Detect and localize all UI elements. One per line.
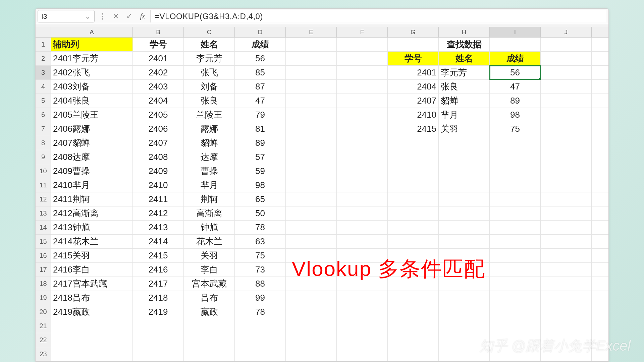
cell-J5[interactable] [541, 94, 592, 108]
cell-A20[interactable]: 2419嬴政 [51, 305, 133, 319]
cell-D6[interactable]: 79 [235, 108, 286, 122]
cell-H2[interactable]: 姓名 [439, 52, 490, 66]
row-header[interactable]: 5 [36, 94, 51, 108]
cell-F10[interactable] [337, 164, 388, 178]
cell-F18[interactable] [337, 277, 388, 291]
cell-E5[interactable] [286, 94, 337, 108]
cell-J10[interactable] [541, 164, 592, 178]
cell-I1[interactable] [490, 38, 541, 52]
column-header[interactable]: A [51, 27, 133, 37]
cell-F21[interactable] [337, 319, 388, 333]
cell-C20[interactable]: 嬴政 [184, 305, 235, 319]
cell-F4[interactable] [337, 80, 388, 94]
cell-B13[interactable]: 2412 [133, 206, 184, 221]
cell-K3[interactable] [592, 66, 609, 80]
cell-I4[interactable]: 47 [490, 80, 541, 94]
cell-A4[interactable]: 2403刘备 [51, 80, 133, 94]
cell-K9[interactable] [592, 150, 609, 164]
cell-G17[interactable] [388, 263, 439, 277]
cell-K1[interactable] [592, 38, 609, 52]
cell-D7[interactable]: 81 [235, 122, 286, 136]
cell-H13[interactable] [439, 206, 490, 221]
cell-I18[interactable] [490, 277, 541, 291]
cell-D17[interactable]: 73 [235, 263, 286, 277]
cell-G10[interactable] [388, 164, 439, 178]
cell-F23[interactable] [337, 347, 388, 361]
row-header[interactable]: 20 [36, 305, 51, 319]
cell-J15[interactable] [541, 235, 592, 249]
cell-C3[interactable]: 张飞 [184, 66, 235, 80]
cell-H3[interactable]: 李元芳 [439, 66, 490, 80]
cell-D18[interactable]: 88 [235, 277, 286, 291]
cell-D5[interactable]: 47 [235, 94, 286, 108]
cell-E19[interactable] [286, 291, 337, 305]
cell-H10[interactable] [439, 164, 490, 178]
cell-C11[interactable]: 芈月 [184, 178, 235, 192]
cell-G19[interactable] [388, 291, 439, 305]
column-header[interactable]: F [337, 27, 388, 37]
cell-J13[interactable] [541, 206, 592, 221]
cell-H12[interactable] [439, 192, 490, 206]
cell-K11[interactable] [592, 178, 609, 192]
cell-K16[interactable] [592, 249, 609, 263]
cell-C17[interactable]: 李白 [184, 263, 235, 277]
cell-A12[interactable]: 2411荆轲 [51, 192, 133, 206]
cell-I8[interactable] [490, 136, 541, 150]
cell-E8[interactable] [286, 136, 337, 150]
cell-K7[interactable] [592, 122, 609, 136]
cell-H4[interactable]: 张良 [439, 80, 490, 94]
cell-B11[interactable]: 2410 [133, 178, 184, 192]
cell-A6[interactable]: 2405兰陵王 [51, 108, 133, 122]
row-header[interactable]: 22 [36, 333, 51, 347]
cell-F22[interactable] [337, 333, 388, 347]
cell-E7[interactable] [286, 122, 337, 136]
cell-I16[interactable] [490, 249, 541, 263]
cell-H14[interactable] [439, 221, 490, 235]
cell-H8[interactable] [439, 136, 490, 150]
cell-B8[interactable]: 2407 [133, 136, 184, 150]
row-header[interactable]: 3 [36, 66, 51, 80]
column-header[interactable]: K [592, 27, 609, 37]
cell-C1[interactable]: 姓名 [184, 38, 235, 52]
row-header[interactable]: 9 [36, 150, 51, 164]
cell-K20[interactable] [592, 305, 609, 319]
cell-J21[interactable] [541, 319, 592, 333]
cell-K18[interactable] [592, 277, 609, 291]
cell-D14[interactable]: 78 [235, 221, 286, 235]
cell-B16[interactable]: 2415 [133, 249, 184, 263]
fx-icon[interactable]: fx [137, 10, 148, 22]
cell-B1[interactable]: 学号 [133, 38, 184, 52]
cell-E18[interactable] [286, 277, 337, 291]
cell-K21[interactable] [592, 319, 609, 333]
cell-I23[interactable] [490, 347, 541, 361]
cell-A17[interactable]: 2416李白 [51, 263, 133, 277]
cell-E22[interactable] [286, 333, 337, 347]
cell-A16[interactable]: 2415关羽 [51, 249, 133, 263]
cell-F20[interactable] [337, 305, 388, 319]
cell-G5[interactable]: 2407 [388, 94, 439, 108]
row-header[interactable]: 2 [36, 52, 51, 66]
cell-C9[interactable]: 达摩 [184, 150, 235, 164]
cell-K22[interactable] [592, 333, 609, 347]
cell-E20[interactable] [286, 305, 337, 319]
cell-J6[interactable] [541, 108, 592, 122]
cell-E16[interactable] [286, 249, 337, 263]
cell-A23[interactable] [51, 347, 133, 361]
cell-H18[interactable] [439, 277, 490, 291]
cell-F6[interactable] [337, 108, 388, 122]
cell-B5[interactable]: 2404 [133, 94, 184, 108]
row-header[interactable]: 18 [36, 277, 51, 291]
cell-K23[interactable] [592, 347, 609, 361]
cell-B18[interactable]: 2417 [133, 277, 184, 291]
name-box[interactable]: I3 ⌄ [38, 10, 95, 22]
cell-A15[interactable]: 2414花木兰 [51, 235, 133, 249]
cell-C21[interactable] [184, 319, 235, 333]
cell-B17[interactable]: 2416 [133, 263, 184, 277]
cell-D19[interactable]: 99 [235, 291, 286, 305]
row-header[interactable]: 8 [36, 136, 51, 150]
cell-G1[interactable] [388, 38, 439, 52]
cell-G18[interactable] [388, 277, 439, 291]
column-header[interactable] [36, 27, 51, 37]
cell-E9[interactable] [286, 150, 337, 164]
cell-I17[interactable] [490, 263, 541, 277]
